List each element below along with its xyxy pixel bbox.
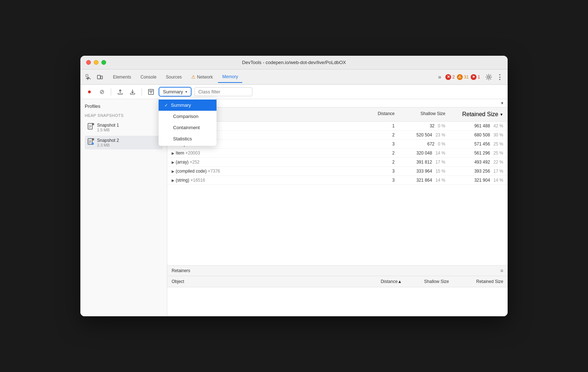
download-button[interactable] — [128, 87, 137, 97]
expand-icon-4[interactable]: ▶ — [172, 160, 175, 164]
cell-shallow-6: 321 864 14 % — [399, 176, 450, 185]
maximize-button[interactable] — [101, 60, 106, 65]
retainers-table-header: Object Distance▲ Shallow Size Retained S… — [167, 276, 508, 287]
svg-rect-0 — [86, 75, 88, 77]
toolbar-separator-2 — [142, 88, 142, 96]
table-header: Constructor Distance Shallow Size Retain… — [167, 107, 508, 122]
snapshot-icon-2 — [88, 138, 94, 147]
cell-shallow-2: 672 0 % — [399, 140, 450, 148]
check-icon: ✓ — [164, 103, 168, 108]
tab-network[interactable]: ⚠ Network — [187, 71, 217, 83]
snapshot-item-2[interactable]: Snapshot 2 2.3 MB — [85, 136, 163, 149]
cell-shallow-0: 32 0 % — [399, 122, 450, 130]
dropdown-containment-label: Containment — [173, 125, 200, 130]
tab-badges: ✕ 2 ⚠ 31 ⚑ 1 — [445, 74, 480, 80]
retainers-title: Retainers — [172, 268, 190, 273]
dropdown-statistics-label: Statistics — [173, 136, 192, 141]
svg-rect-5 — [88, 123, 92, 129]
tab-elements[interactable]: Elements — [109, 72, 135, 83]
expand-icon-5[interactable]: ▶ — [172, 169, 175, 173]
tab-bar: Elements Console Sources ⚠ Network Memor… — [80, 69, 508, 85]
table-row[interactable]: ▶ ://cdpn.io 1 32 0 % 961 488 42 % — [167, 122, 508, 131]
cell-retained-3: 561 296 25 % — [450, 149, 508, 157]
inspect-icon[interactable] — [83, 72, 93, 82]
table-row[interactable]: ▶ Item ×20003 2 320 048 14 % 561 296 25 … — [167, 149, 508, 158]
sidebar-section-label: HEAP SNAPSHOTS — [85, 113, 163, 118]
info-badge[interactable]: ⚑ 1 — [471, 74, 480, 80]
error-badge[interactable]: ✕ 2 — [445, 74, 455, 80]
ret-col-distance[interactable]: Distance▲ — [363, 278, 406, 286]
tab-bar-icons — [83, 72, 105, 82]
error-count: 2 — [452, 75, 455, 80]
minimize-button[interactable] — [94, 60, 98, 65]
ret-col-retained: Retained Size — [453, 278, 508, 286]
snapshot-item-1[interactable]: Snapshot 1 1.5 MB — [85, 121, 163, 134]
cell-distance-1: 2 — [363, 131, 399, 139]
summary-label: Summary — [163, 89, 183, 94]
more-tabs-icon[interactable]: » — [434, 72, 445, 82]
retainers-menu-icon[interactable]: ≡ — [500, 268, 503, 274]
svg-rect-2 — [101, 76, 102, 79]
expand-icon-3[interactable]: ▶ — [172, 151, 175, 155]
snapshot-info-1: Snapshot 1 1.5 MB — [97, 123, 160, 132]
filter-button[interactable] — [146, 87, 156, 97]
window-title: DevTools - codepen.io/web-dot-dev/live/P… — [242, 60, 346, 65]
table-row[interactable]: ▶ (compiled code) ×7376 3 333 964 15 % 3… — [167, 167, 508, 176]
dropdown-comparison-label: Comparison — [173, 114, 198, 119]
table-row[interactable]: ▶ 26 2 520 504 23 % 680 508 30 % — [167, 131, 508, 140]
col-distance: Distance — [363, 110, 399, 119]
class-filter-input[interactable] — [194, 87, 252, 96]
ret-col-object: Object — [167, 278, 363, 286]
settings-icon[interactable] — [484, 72, 494, 82]
dropdown-item-summary[interactable]: ✓ Summary — [159, 100, 217, 111]
cell-retained-0: 961 488 42 % — [450, 122, 508, 130]
snapshot-icon-1 — [88, 123, 94, 132]
snapshot-1-name: Snapshot 1 — [97, 123, 160, 128]
toolbar-separator-1 — [111, 88, 111, 96]
cell-distance-3: 2 — [363, 149, 399, 157]
cell-retained-1: 680 508 30 % — [450, 131, 508, 139]
summary-dropdown[interactable]: Summary ▾ ✓ Summary Comparison Containme… — [159, 87, 192, 97]
expand-icon-6[interactable]: ▶ — [172, 178, 175, 182]
devtools-body: Elements Console Sources ⚠ Network Memor… — [80, 69, 508, 316]
stop-button[interactable]: ⊘ — [97, 87, 106, 97]
summary-dropdown-button[interactable]: Summary ▾ — [159, 87, 192, 97]
traffic-lights — [86, 60, 106, 65]
sort-arrow-icon: ▼ — [500, 113, 503, 117]
cell-shallow-4: 391 812 17 % — [399, 158, 450, 166]
cell-label-4: ▶ (array) ×252 — [167, 158, 363, 166]
table-row[interactable]: ▶ Array ×42 3 672 0 % 571 456 25 % — [167, 140, 508, 149]
svg-point-3 — [488, 76, 490, 78]
device-icon[interactable] — [95, 72, 105, 82]
cell-retained-5: 393 256 17 % — [450, 167, 508, 176]
warning-badge[interactable]: ⚠ 31 — [457, 74, 469, 80]
dropdown-item-comparison[interactable]: Comparison — [159, 111, 217, 122]
dropdown-item-statistics[interactable]: Statistics — [159, 133, 217, 144]
cell-distance-5: 3 — [363, 167, 399, 176]
snapshot-2-name: Snapshot 2 — [97, 138, 160, 143]
column-picker-icon[interactable]: ▾ — [501, 101, 503, 106]
svg-rect-1 — [97, 75, 100, 79]
cell-shallow-1: 520 504 23 % — [399, 131, 450, 139]
warning-count: 31 — [464, 75, 469, 80]
upload-button[interactable] — [116, 87, 125, 97]
table-row[interactable]: ▶ (array) ×252 2 391 812 17 % 493 492 22… — [167, 158, 508, 167]
tab-console[interactable]: Console — [136, 72, 161, 83]
dropdown-item-containment[interactable]: Containment — [159, 122, 217, 133]
tab-memory[interactable]: Memory — [218, 71, 242, 83]
more-options-icon[interactable]: ⋮ — [495, 72, 505, 82]
snapshot-2-size: 2.3 MB — [97, 143, 160, 147]
cell-distance-0: 1 — [363, 122, 399, 130]
table-row[interactable]: ▶ (string) ×16516 3 321 864 14 % 321 904… — [167, 176, 508, 185]
cell-shallow-3: 320 048 14 % — [399, 149, 450, 157]
retainers-header: Retainers ≡ — [167, 266, 508, 276]
record-button[interactable]: ● — [85, 87, 94, 97]
cell-distance-6: 3 — [363, 176, 399, 185]
col-retained-size[interactable]: Retained Size ▼ — [450, 110, 508, 119]
table-body: ▶ ://cdpn.io 1 32 0 % 961 488 42 % ▶ 26 … — [167, 122, 508, 265]
close-button[interactable] — [86, 60, 91, 65]
cell-label-5: ▶ (compiled code) ×7376 — [167, 167, 363, 176]
snapshot-1-size: 1.5 MB — [97, 128, 160, 132]
tab-sources[interactable]: Sources — [161, 72, 186, 83]
sidebar: Profiles HEAP SNAPSHOTS Snapshot 1 1.5 — [80, 99, 167, 316]
